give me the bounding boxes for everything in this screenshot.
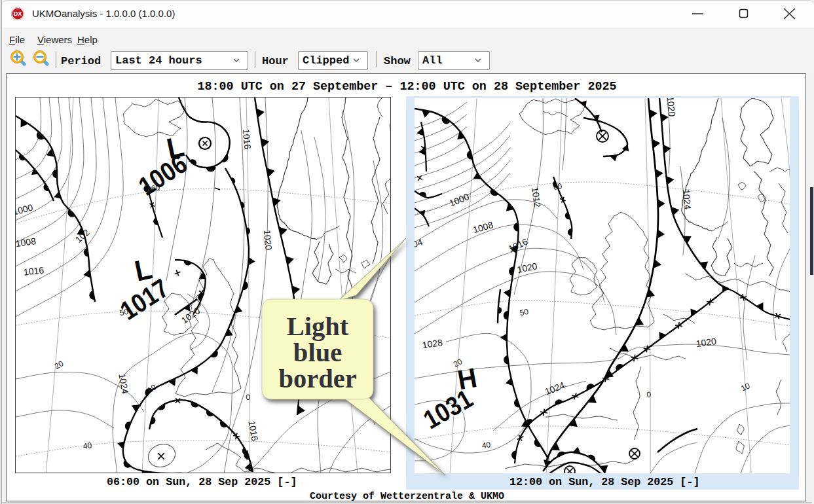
svg-text:1016: 1016 (506, 236, 529, 255)
svg-text:1000: 1000 (16, 202, 34, 217)
svg-text:102: 102 (73, 226, 92, 245)
svg-text:1008: 1008 (472, 219, 494, 235)
svg-text:1020: 1020 (695, 336, 717, 349)
svg-text:40: 40 (481, 440, 491, 450)
svg-text:1020: 1020 (262, 229, 274, 251)
svg-text:04: 04 (415, 236, 424, 249)
svg-text:50: 50 (519, 307, 530, 317)
svg-text:1012: 1012 (530, 187, 543, 208)
svg-text:0: 0 (246, 393, 251, 403)
svg-text:1024: 1024 (681, 189, 694, 210)
svg-text:102: 102 (331, 375, 350, 390)
svg-text:60: 60 (553, 181, 563, 192)
svg-text:1016: 1016 (246, 420, 260, 442)
svg-text:10: 10 (739, 381, 751, 393)
svg-text:40: 40 (83, 441, 92, 451)
svg-text:1008: 1008 (16, 236, 37, 249)
svg-text:1016: 1016 (241, 128, 253, 150)
svg-text:1016: 1016 (23, 264, 45, 277)
svg-text:1020: 1020 (665, 98, 678, 117)
svg-text:1000: 1000 (448, 191, 471, 209)
svg-text:0: 0 (646, 390, 652, 400)
svg-text:1028: 1028 (422, 337, 443, 350)
svg-text:1024: 1024 (117, 372, 130, 395)
svg-text:20: 20 (53, 359, 65, 371)
svg-text:1024: 1024 (544, 380, 566, 397)
